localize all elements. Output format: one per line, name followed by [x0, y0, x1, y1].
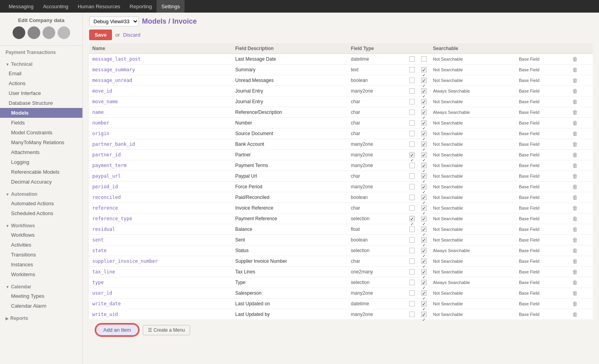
checkbox-1[interactable] [409, 56, 415, 62]
delete-icon[interactable]: 🗑 [572, 184, 578, 190]
checkbox-2[interactable] [421, 56, 427, 62]
checkbox-1-cell[interactable] [406, 235, 418, 245]
nav-accounting[interactable]: Accounting [38, 0, 73, 13]
breadcrumb-parent[interactable]: Models [142, 17, 166, 25]
checkbox-2[interactable]: ✓ [421, 258, 427, 264]
checkbox-1-cell[interactable] [406, 65, 418, 75]
field-name-cell[interactable]: partner_id [89, 150, 232, 160]
delete-cell[interactable]: 🗑 [569, 192, 593, 203]
add-item-button[interactable]: Add an Item [95, 324, 139, 336]
sidebar-item-model-constraints[interactable]: Model Constraints [0, 128, 82, 137]
delete-icon[interactable]: 🗑 [572, 77, 578, 84]
checkbox-2[interactable]: ✓ [421, 248, 427, 253]
delete-icon[interactable]: 🗑 [572, 162, 578, 169]
delete-cell[interactable]: 🗑 [569, 267, 593, 277]
delete-icon[interactable]: 🗑 [572, 56, 578, 62]
field-name-cell[interactable]: move_name [89, 97, 232, 107]
field-name-cell[interactable]: move_id [89, 86, 232, 97]
field-name-cell[interactable]: period_id [89, 182, 232, 192]
checkbox-1-cell[interactable] [406, 192, 418, 203]
checkbox-2[interactable]: ✓ [421, 67, 427, 72]
checkbox-1-cell[interactable] [406, 299, 418, 309]
field-name-cell[interactable]: reconciled [89, 192, 232, 203]
checkbox-2[interactable]: ✓ [421, 131, 427, 136]
checkbox-2[interactable]: ✓ [421, 78, 427, 83]
delete-icon[interactable]: 🗑 [572, 237, 578, 243]
sidebar-item-fields[interactable]: Fields [0, 118, 82, 128]
field-name-cell[interactable]: number [89, 118, 232, 128]
delete-cell[interactable]: 🗑 [569, 288, 593, 299]
checkbox-1-cell[interactable] [406, 267, 418, 277]
nav-reporting[interactable]: Reporting [125, 0, 157, 13]
checkbox-1-cell[interactable] [406, 54, 418, 65]
delete-icon[interactable]: 🗑 [572, 269, 578, 275]
delete-icon[interactable]: 🗑 [572, 311, 578, 318]
checkbox-2[interactable]: ✓ [421, 205, 427, 211]
checkbox-2[interactable]: ✓ [421, 269, 427, 275]
checkbox-2[interactable]: ✓ [421, 110, 427, 115]
checkbox-2[interactable]: ✓ [421, 163, 427, 168]
sidebar-item-scheduled-actions[interactable]: Scheduled Actions [0, 208, 82, 218]
delete-cell[interactable]: 🗑 [569, 256, 593, 267]
sidebar-item-decimal[interactable]: Decimal Accuracy [0, 177, 82, 187]
checkbox-1[interactable] [409, 312, 415, 317]
nav-human-resources[interactable]: Human Resources [73, 0, 125, 13]
checkbox-2[interactable]: ✓ [421, 120, 427, 126]
checkbox-2[interactable]: ✓ [421, 280, 427, 285]
nav-messaging[interactable]: Messaging [4, 0, 38, 13]
sidebar-item-actions[interactable]: Actions [0, 78, 82, 88]
field-name-cell[interactable]: tax_line [89, 267, 232, 277]
delete-cell[interactable]: 🗑 [569, 150, 593, 160]
checkbox-1-cell[interactable] [406, 118, 418, 128]
delete-cell[interactable]: 🗑 [569, 54, 593, 65]
field-name-cell[interactable]: reference_type [89, 214, 232, 224]
checkbox-2[interactable]: ✓ [421, 88, 427, 94]
field-name-cell[interactable]: partner_bank_id [89, 139, 232, 150]
checkbox-1[interactable] [409, 205, 415, 211]
sidebar-item-attachments[interactable]: Attachments [0, 147, 82, 157]
checkbox-1[interactable] [409, 195, 415, 200]
checkbox-1[interactable] [409, 227, 415, 232]
checkbox-1-cell[interactable] [406, 97, 418, 107]
sidebar-item-activities[interactable]: Activities [0, 240, 82, 250]
delete-icon[interactable]: 🗑 [572, 194, 578, 201]
checkbox-1[interactable] [409, 78, 415, 83]
field-name-cell[interactable]: user_id [89, 288, 232, 299]
field-name-cell[interactable]: supplier_invoice_number [89, 256, 232, 267]
sidebar-header-workflows[interactable]: ▼ Workflows [0, 220, 82, 230]
delete-icon[interactable]: 🗑 [572, 109, 578, 115]
sidebar-item-automated-actions[interactable]: Automated Actions [0, 199, 82, 208]
sidebar-item-models[interactable]: Models [0, 108, 82, 118]
delete-icon[interactable]: 🗑 [572, 215, 578, 222]
checkbox-1-cell[interactable] [406, 203, 418, 214]
checkbox-1[interactable] [409, 120, 415, 126]
checkbox-1[interactable] [409, 110, 415, 115]
create-menu-button[interactable]: ☰ Create a Menu [143, 325, 190, 335]
field-name-cell[interactable]: message_last_post [89, 54, 232, 65]
checkbox-1-cell[interactable] [406, 171, 418, 182]
checkbox-1-cell[interactable] [406, 256, 418, 267]
field-name-cell[interactable]: reference [89, 203, 232, 214]
field-name-cell[interactable]: message_unread [89, 75, 232, 86]
delete-cell[interactable]: 🗑 [569, 65, 593, 75]
field-name-cell[interactable]: name [89, 107, 232, 118]
delete-icon[interactable]: 🗑 [572, 290, 578, 296]
delete-icon[interactable]: 🗑 [572, 98, 578, 105]
checkbox-2[interactable]: ✓ [421, 184, 427, 189]
checkbox-2-cell[interactable]: ✓ [418, 65, 430, 75]
sidebar-item-user-interface[interactable]: User Interface [0, 88, 82, 98]
checkbox-1[interactable] [409, 141, 415, 147]
sidebar-item-database-structure[interactable]: Database Structure [0, 98, 82, 108]
checkbox-2[interactable]: ✓ [421, 237, 427, 243]
field-name-cell[interactable]: message_summary [89, 65, 232, 75]
sidebar-item-workitems[interactable]: Workitems [0, 269, 82, 279]
checkbox-1-cell[interactable] [406, 128, 418, 139]
checkbox-1-cell[interactable] [406, 86, 418, 97]
checkbox-1-cell[interactable] [406, 309, 418, 320]
delete-cell[interactable]: 🗑 [569, 224, 593, 235]
delete-icon[interactable]: 🗑 [572, 301, 578, 307]
checkbox-2[interactable]: ✓ [421, 99, 427, 104]
debug-view-select[interactable]: Debug View#33 [89, 17, 139, 26]
delete-cell[interactable]: 🗑 [569, 86, 593, 97]
nav-settings[interactable]: Settings [157, 0, 185, 13]
